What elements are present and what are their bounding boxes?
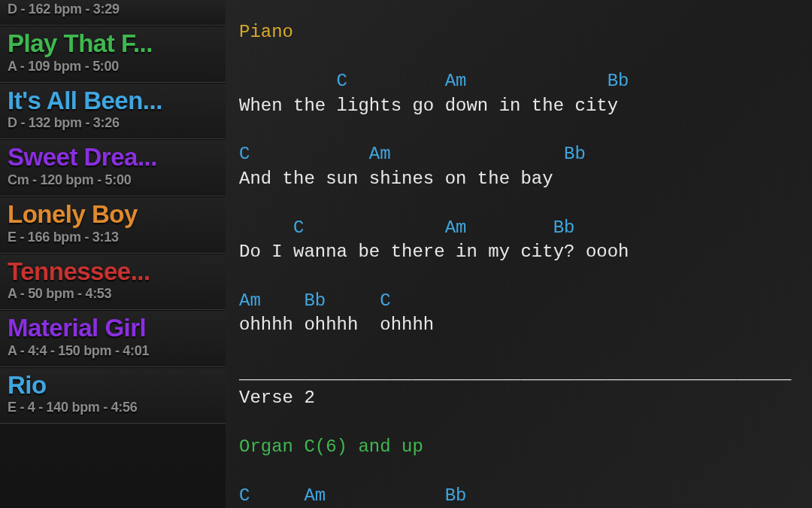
chord-chart-panel[interactable]: Piano C Am BbWhen the lights go down in … bbox=[226, 0, 812, 508]
chord-line: C Am Bb bbox=[239, 484, 798, 508]
song-item[interactable]: Material Girl A - 4:4 - 150 bpm - 4:01 bbox=[0, 310, 226, 367]
song-item-title: It's All Been... bbox=[8, 88, 218, 114]
song-item-title: Rio bbox=[8, 373, 218, 399]
song-item[interactable]: Tennessee... A - 50 bpm - 4:53 bbox=[0, 254, 226, 311]
blank-line bbox=[239, 118, 798, 142]
blank-line bbox=[239, 0, 798, 20]
song-item-meta: E - 166 bpm - 3:13 bbox=[8, 230, 218, 245]
chord-chart-content: Piano C Am BbWhen the lights go down in … bbox=[239, 0, 798, 508]
song-item-meta: E - 4 - 140 bpm - 4:56 bbox=[8, 400, 218, 415]
song-item[interactable]: Rio E - 4 - 140 bpm - 4:56 bbox=[0, 367, 226, 424]
blank-line bbox=[239, 459, 798, 483]
blank-line bbox=[239, 264, 798, 288]
app-root: D - 162 bpm - 3:29 Play That F... A - 10… bbox=[0, 0, 812, 508]
song-item-meta: Cm - 120 bpm - 5:00 bbox=[8, 172, 218, 188]
song-item-meta: A - 4:4 - 150 bpm - 4:01 bbox=[8, 343, 218, 359]
chord-line: Am Bb C bbox=[239, 289, 798, 313]
song-item-title: Play That F... bbox=[8, 31, 218, 57]
song-item-title: Material Girl bbox=[8, 315, 218, 342]
song-item-meta: D - 162 bpm - 3:29 bbox=[8, 2, 218, 17]
lyric-line: ohhhh ohhhh ohhhh bbox=[239, 313, 798, 337]
song-item[interactable]: Lonely Boy E - 166 bpm - 3:13 bbox=[0, 196, 226, 254]
song-item-title: Lonely Boy bbox=[8, 202, 218, 228]
section-label: Verse 2 bbox=[239, 386, 798, 410]
song-list-sidebar: D - 162 bpm - 3:29 Play That F... A - 10… bbox=[0, 0, 226, 508]
lyric-line: And the sun shines on the bay bbox=[239, 167, 798, 191]
song-item-meta: A - 50 bpm - 4:53 bbox=[8, 286, 218, 302]
blank-line bbox=[239, 191, 798, 215]
song-item-title: Tennessee... bbox=[8, 259, 218, 285]
instruction-line: Organ C(6) and up bbox=[239, 435, 798, 459]
instruction-line: Piano bbox=[239, 20, 798, 44]
blank-line bbox=[239, 411, 798, 435]
song-item[interactable]: Sweet Drea... Cm - 120 bpm - 5:00 bbox=[0, 139, 226, 196]
blank-line bbox=[239, 337, 798, 361]
song-item[interactable]: It's All Been... D - 132 bpm - 3:26 bbox=[0, 83, 226, 140]
song-item-title: Sweet Drea... bbox=[8, 144, 218, 171]
chord-line: C Am Bb bbox=[239, 216, 798, 240]
song-item[interactable]: D - 162 bpm - 3:29 bbox=[0, 0, 226, 26]
chord-line: C Am Bb bbox=[239, 69, 798, 93]
lyric-line: When the lights go down in the city bbox=[239, 94, 798, 118]
section-divider: ________________________________________… bbox=[239, 362, 798, 386]
song-item-meta: D - 132 bpm - 3:26 bbox=[8, 115, 218, 131]
lyric-line: Do I wanna be there in my city? oooh bbox=[239, 240, 798, 264]
song-item-meta: A - 109 bpm - 5:00 bbox=[8, 59, 218, 75]
blank-line bbox=[239, 45, 798, 69]
song-item[interactable]: Play That F... A - 109 bpm - 5:00 bbox=[0, 26, 226, 83]
chord-line: C Am Bb bbox=[239, 142, 798, 166]
